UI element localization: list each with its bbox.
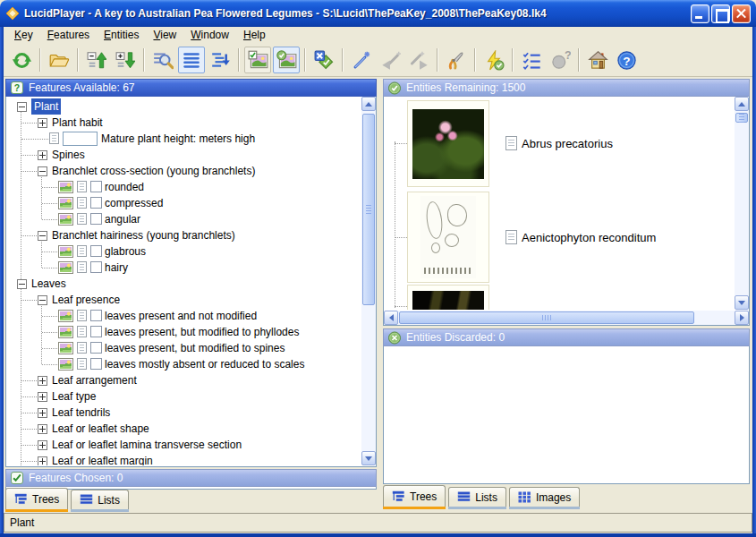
expand-lists-button[interactable] [207,47,234,73]
notes-icon[interactable] [77,261,87,273]
feature-label[interactable]: Spines [52,147,85,163]
feature-node-branchlet-hairiness-young-branchlets[interactable]: Branchlet hairiness (young branchlets) [6,227,361,243]
feature-node-leaf-or-leaflet-margin[interactable]: Leaf or leaflet margin [6,453,361,465]
feature-node-mature-plant-height-meters-high[interactable]: Mature plant height: meters high [6,131,361,147]
scroll-left-button[interactable] [384,311,398,325]
feature-label[interactable]: Leaf or leaflet margin [52,453,153,465]
entities-tab-lists[interactable]: Lists [448,487,506,507]
image-icon[interactable] [58,342,73,354]
feature-state-label[interactable]: glabrous [105,243,146,260]
scrollbar-thumb[interactable] [735,113,748,123]
state-checkbox[interactable] [90,261,102,273]
feature-state-label[interactable]: rounded [105,179,144,195]
help-button[interactable]: ? [613,47,640,73]
expand-box-icon[interactable] [38,408,47,418]
collapse-box-icon[interactable] [38,166,47,176]
notes-icon[interactable] [77,181,87,192]
notes-icon[interactable] [505,230,517,244]
scroll-down-button[interactable] [735,295,749,310]
feature-node-leaves[interactable]: Leaves [6,276,361,292]
notes-icon[interactable] [77,358,87,370]
entity-row[interactable]: Aenictophyton reconditum [505,229,656,245]
discard-entities-button[interactable] [310,47,337,73]
entity-row[interactable]: Abrus precatorius [505,135,613,151]
state-checkbox[interactable] [90,213,102,225]
entity-thumbnail[interactable] [407,285,489,310]
feature-node-leaf-arrangement[interactable]: Leaf arrangement [6,372,361,388]
feature-node-angular[interactable]: angular [6,211,361,227]
image-icon[interactable] [58,326,73,338]
image-icon[interactable] [58,261,73,274]
notes-icon[interactable] [77,326,87,337]
open-key-button[interactable] [46,47,72,73]
feature-node-leaf-tendrils[interactable]: Leaf tendrils [6,405,361,421]
entities-tab-trees[interactable]: Trees [383,485,446,507]
collapse-box-icon[interactable] [17,279,27,289]
feature-node-leaf-or-leaflet-lamina-transverse-sectio[interactable]: Leaf or leaflet lamina transverse sectio… [6,437,361,453]
entity-name[interactable]: Aenictophyton reconditum [522,231,656,244]
entities-tab-images[interactable]: Images [509,487,580,507]
feature-label[interactable]: Branchlet hairiness (young branchlets) [52,227,235,243]
numeric-input[interactable] [63,132,98,146]
feature-state-label[interactable]: compressed [105,195,163,211]
feature-state-label[interactable]: leaves present, but modified to phyllode… [105,324,299,340]
menu-window[interactable]: Window [183,27,236,44]
expand-tree-button[interactable] [112,47,139,73]
entity-thumbnail[interactable] [407,100,489,187]
feature-label[interactable]: Leaf arrangement [52,372,137,388]
feature-label[interactable]: Plant habit [52,115,103,131]
scroll-up-button[interactable] [361,97,376,111]
notes-icon[interactable] [77,342,87,354]
state-checkbox[interactable] [90,326,102,337]
scroll-down-button[interactable] [361,451,376,465]
collapse-box-icon[interactable] [17,102,27,112]
feature-label[interactable]: Leaf or leaflet shape [52,421,149,437]
feature-node-plant[interactable]: Plant [6,98,361,115]
expand-box-icon[interactable] [38,118,47,128]
feature-state-label[interactable]: leaves present and not modified [105,308,257,324]
expand-box-icon[interactable] [38,392,47,402]
scroll-right-button[interactable] [735,311,749,325]
notes-icon[interactable] [505,136,517,150]
feature-label[interactable]: Leaf presence [52,292,120,308]
feature-label[interactable]: Leaf tendrils [52,405,110,421]
feature-state-label[interactable]: angular [105,211,140,227]
notes-icon[interactable] [77,213,87,225]
feature-node-plant-habit[interactable]: Plant habit [6,115,361,131]
feature-state-label[interactable]: hairy [105,260,128,276]
image-icon[interactable] [58,213,73,226]
collapse-tree-button[interactable] [83,47,110,73]
state-checkbox[interactable] [90,245,102,257]
features-tab-trees[interactable]: Trees [5,488,68,509]
image-icon[interactable] [58,358,73,371]
feature-node-spines[interactable]: Spines [6,147,361,163]
expand-box-icon[interactable] [38,376,47,386]
feature-node-hairy[interactable]: hairy [6,260,361,276]
feature-node-leaves-present-and-not-modified[interactable]: leaves present and not modified [6,308,361,324]
feature-node-leaves-present-but-modified-to-phyllodes[interactable]: leaves present, but modified to phyllode… [6,324,361,340]
differences-button[interactable] [518,47,545,73]
feature-label[interactable]: Branchlet cross-section (young branchlet… [52,163,255,179]
expand-box-icon[interactable] [38,424,47,434]
state-checkbox[interactable] [90,358,102,370]
feature-state-label[interactable]: leaves present, but modified to spines [105,340,285,356]
notes-icon[interactable] [77,245,87,257]
feature-node-branchlet-cross-section-young-branchlets[interactable]: Branchlet cross-section (young branchlet… [6,163,361,179]
state-checkbox[interactable] [90,197,102,209]
image-icon[interactable] [58,245,73,258]
image-icon[interactable] [58,197,73,209]
notes-icon[interactable] [77,197,87,209]
feature-node-leaves-mostly-absent-or-reduced-to-scale[interactable]: leaves mostly absent or reduced to scale… [6,356,361,372]
scrollbar-thumb[interactable] [362,114,375,305]
feature-label[interactable]: Plant [31,98,61,115]
collapse-box-icon[interactable] [38,295,47,305]
menu-help[interactable]: Help [236,27,273,44]
notes-icon[interactable] [49,132,59,144]
feature-label[interactable]: Leaves [31,276,66,292]
feature-node-leaf-presence[interactable]: Leaf presence [6,292,361,308]
menu-key[interactable]: Key [7,27,40,44]
feature-node-rounded[interactable]: rounded [6,179,361,195]
features-tab-lists[interactable]: Lists [71,490,129,509]
close-button[interactable] [732,4,751,23]
entity-thumbnail[interactable] [407,192,489,283]
